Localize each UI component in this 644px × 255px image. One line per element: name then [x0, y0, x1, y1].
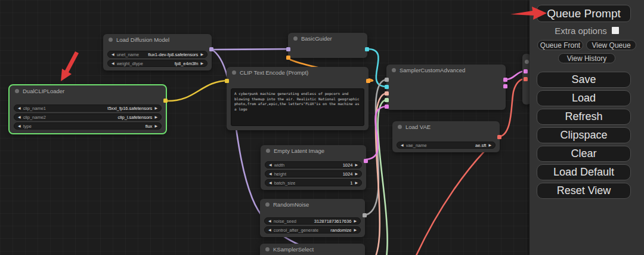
- decrement-arrow-icon[interactable]: ◀: [269, 172, 272, 176]
- clear-button[interactable]: Clear: [537, 146, 631, 162]
- output-port-latent[interactable]: [364, 159, 368, 163]
- increment-arrow-icon[interactable]: ▶: [200, 62, 203, 65]
- increment-arrow-icon[interactable]: ▶: [154, 106, 157, 110]
- output-port-clip[interactable]: [163, 99, 168, 103]
- refresh-button[interactable]: Refresh: [537, 109, 631, 125]
- decrement-arrow-icon[interactable]: ◀: [268, 228, 271, 232]
- node-load-diffusion-model[interactable]: Load Diffusion Model ◀ unet_name flux1-d…: [103, 34, 212, 70]
- widget-width[interactable]: ◀ width 1024 ▶: [265, 161, 362, 168]
- output-port-guider[interactable]: [365, 47, 369, 51]
- widget-value: clip_l.safetensors: [117, 115, 152, 120]
- collapse-dot-icon[interactable]: [232, 70, 236, 75]
- node-load-vae[interactable]: Load VAE ◀ vae_name ae.sft ▶: [392, 121, 500, 152]
- widget-vae-name[interactable]: ◀ vae_name ae.sft ▶: [397, 142, 496, 149]
- increment-arrow-icon[interactable]: ▶: [154, 115, 157, 119]
- decrement-arrow-icon[interactable]: ◀: [401, 143, 404, 147]
- widget-weight-dtype[interactable]: ◀ weight_dtype fp8_e4m3fn ▶: [107, 60, 208, 67]
- queue-prompt-button[interactable]: Queue Prompt: [537, 5, 631, 22]
- collapse-dot-icon[interactable]: [392, 68, 396, 72]
- node-title-bar[interactable]: Load Diffusion Model: [103, 34, 212, 45]
- widget-control-after-generate[interactable]: ◀ control_after_generate randomize ▶: [264, 226, 361, 234]
- view-queue-button[interactable]: View Queue: [586, 40, 636, 50]
- input-port-noise[interactable]: [385, 78, 389, 82]
- widget-noise-seed[interactable]: ◀ noise_seed 312871873617636 ▶: [264, 217, 361, 225]
- decrement-arrow-icon[interactable]: ◀: [18, 115, 21, 119]
- widget-clip-name2[interactable]: ◀ clip_name2 clip_l.safetensors ▶: [14, 113, 162, 121]
- node-title: CLIP Text Encode (Prompt): [240, 69, 308, 76]
- decrement-arrow-icon[interactable]: ◀: [268, 219, 271, 223]
- input-port-sigmas[interactable]: [385, 98, 389, 102]
- collapse-dot-icon[interactable]: [525, 60, 529, 64]
- widget-batch-size[interactable]: ◀ batch_size 1 ▶: [265, 179, 362, 186]
- increment-arrow-icon[interactable]: ▶: [355, 172, 358, 176]
- widget-label: batch_size: [274, 180, 296, 186]
- decrement-arrow-icon[interactable]: ◀: [18, 106, 21, 110]
- widget-clip-name1[interactable]: ◀ clip_name1 t5xxl_fp16.safetensors ▶: [14, 105, 162, 112]
- input-port-vae[interactable]: [524, 77, 528, 81]
- widget-type[interactable]: ◀ type flux ▶: [14, 122, 162, 130]
- input-port-latent-image[interactable]: [385, 105, 389, 109]
- input-port-guider[interactable]: [385, 85, 389, 89]
- input-port-sampler[interactable]: [385, 91, 389, 96]
- node-title-bar[interactable]: Load VAE: [392, 121, 500, 132]
- decrement-arrow-icon[interactable]: ◀: [18, 124, 21, 128]
- output-port-model[interactable]: [209, 47, 213, 51]
- collapse-dot-icon[interactable]: [293, 36, 298, 41]
- collapse-dot-icon[interactable]: [266, 149, 270, 153]
- increment-arrow-icon[interactable]: ▶: [154, 124, 157, 128]
- output-port-noise[interactable]: [363, 213, 367, 217]
- decrement-arrow-icon[interactable]: ◀: [112, 62, 114, 65]
- node-title-bar[interactable]: RandomNoise: [260, 199, 365, 210]
- node-basic-guider[interactable]: BasicGuider: [288, 33, 367, 58]
- view-history-button[interactable]: View History: [558, 53, 615, 63]
- node-title-bar[interactable]: KSamplerSelect: [260, 244, 365, 254]
- widget-label: type: [23, 124, 32, 129]
- output-port-vae[interactable]: [497, 135, 501, 139]
- collapse-dot-icon[interactable]: [109, 38, 113, 42]
- widget-unet-name[interactable]: ◀ unet_name flux1-dev-fp8.safetensors ▶: [107, 51, 208, 58]
- output-port-conditioning[interactable]: [366, 79, 370, 83]
- widget-label: width: [274, 162, 285, 168]
- input-port-conditioning[interactable]: [286, 56, 290, 60]
- input-port-model[interactable]: [286, 47, 290, 51]
- output-port-denoised-output[interactable]: [503, 84, 507, 88]
- output-port-output[interactable]: [503, 78, 507, 82]
- input-port-samples[interactable]: [524, 69, 528, 73]
- collapse-dot-icon[interactable]: [398, 125, 402, 129]
- node-title-bar[interactable]: CLIP Text Encode (Prompt): [227, 67, 369, 78]
- queue-front-button[interactable]: Queue Front: [537, 40, 583, 50]
- collapse-dot-icon[interactable]: [265, 247, 270, 251]
- decrement-arrow-icon[interactable]: ◀: [112, 53, 114, 56]
- node-title-bar[interactable]: DualCLIPLoader: [10, 85, 166, 96]
- increment-arrow-icon[interactable]: ▶: [200, 53, 203, 56]
- input-port-clip[interactable]: [225, 79, 229, 83]
- collapse-dot-icon[interactable]: [15, 89, 19, 93]
- node-random-noise[interactable]: RandomNoise ◀ noise_seed 312871873617636…: [260, 199, 365, 237]
- widget-value: 312871873617636: [314, 219, 352, 224]
- prompt-textarea[interactable]: A cyberpunk machine generating endless o…: [231, 88, 364, 126]
- collapse-dot-icon[interactable]: [265, 202, 270, 207]
- node-title-bar[interactable]: Empty Latent Image: [261, 145, 366, 156]
- load-button[interactable]: Load: [537, 90, 631, 106]
- widget-height[interactable]: ◀ height 1024 ▶: [265, 170, 362, 177]
- node-title-bar[interactable]: BasicGuider: [288, 33, 367, 44]
- node-title-bar[interactable]: SamplerCustomAdvanced: [386, 64, 506, 75]
- node-clip-text-encode[interactable]: CLIP Text Encode (Prompt) A cyberpunk ma…: [227, 67, 369, 130]
- increment-arrow-icon[interactable]: ▶: [354, 219, 357, 223]
- extra-options-checkbox[interactable]: [612, 27, 619, 34]
- reset-view-button[interactable]: Reset View: [537, 183, 631, 199]
- increment-arrow-icon[interactable]: ▶: [354, 228, 357, 232]
- increment-arrow-icon[interactable]: ▶: [355, 163, 358, 167]
- load-default-button[interactable]: Load Default: [537, 164, 631, 180]
- node-sampler-custom-advanced[interactable]: SamplerCustomAdvanced: [386, 64, 506, 110]
- node-title: BasicGuider: [301, 35, 332, 42]
- save-button[interactable]: Save: [537, 72, 631, 88]
- increment-arrow-icon[interactable]: ▶: [355, 181, 358, 185]
- decrement-arrow-icon[interactable]: ◀: [269, 163, 272, 167]
- node-dual-clip-loader[interactable]: DualCLIPLoader ◀ clip_name1 t5xxl_fp16.s…: [10, 85, 166, 133]
- clipspace-button[interactable]: Clipspace: [537, 127, 631, 143]
- node-empty-latent-image[interactable]: Empty Latent Image ◀ width 1024 ▶ ◀ heig…: [261, 145, 366, 190]
- node-ksampler-select[interactable]: KSamplerSelect: [260, 244, 365, 255]
- decrement-arrow-icon[interactable]: ◀: [269, 181, 272, 185]
- increment-arrow-icon[interactable]: ▶: [488, 143, 491, 147]
